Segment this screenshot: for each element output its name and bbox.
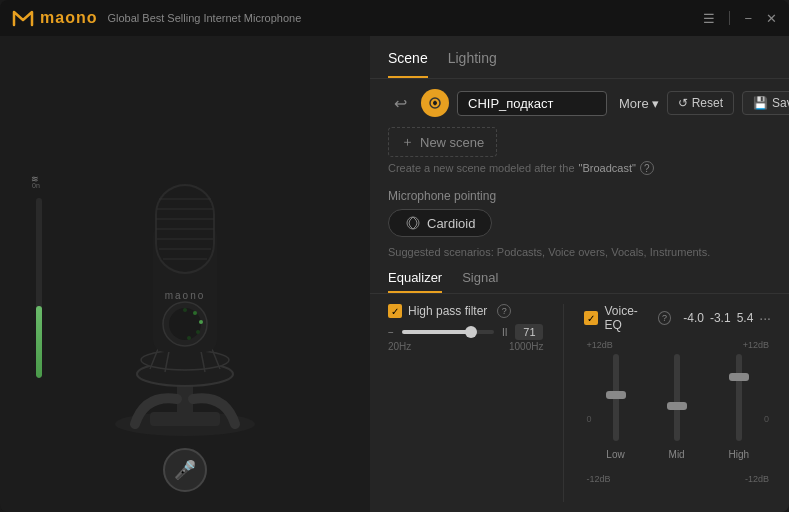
volume-bar[interactable] <box>36 198 42 378</box>
tab-equalizer[interactable]: Equalizer <box>388 270 442 293</box>
mic-pointing-label: Microphone pointing <box>370 183 789 209</box>
save-button[interactable]: 💾 Save <box>742 91 789 115</box>
main-content: ≋ 0n <box>0 36 789 512</box>
eq-zero-label: 0 <box>586 414 591 424</box>
tab-signal[interactable]: Signal <box>462 270 498 293</box>
microphone-image: maono <box>75 94 295 454</box>
eq-high-thumb <box>729 373 749 381</box>
logo-area: maono <box>12 7 97 29</box>
voice-eq-value-3: 5.4 <box>737 311 754 325</box>
eq-high-col: High <box>729 340 750 460</box>
reset-icon: ↺ <box>678 96 688 110</box>
voice-eq-panel: Voice-EQ ? -4.0 -3.1 5.4 ··· + <box>584 304 771 502</box>
voice-eq-value-1: -4.0 <box>683 311 704 325</box>
hpf-slider-labels: 20Hz 1000Hz <box>388 340 543 358</box>
voice-eq-info-icon[interactable]: ? <box>658 311 671 325</box>
scene-name-row: ↩ More ▾ ↺ Reset <box>370 79 789 127</box>
section-divider <box>563 304 564 502</box>
right-panel: Scene Lighting ↩ More ▾ <box>370 36 789 512</box>
hpf-slider-row: − II 71 <box>388 324 543 340</box>
hpf-min-label: 20Hz <box>388 341 411 352</box>
hpf-checkbox[interactable] <box>388 304 402 318</box>
voice-eq-checkbox-label: Voice-EQ <box>584 304 651 332</box>
eq-mid-slider[interactable] <box>674 354 680 441</box>
back-button[interactable]: ↩ <box>388 92 413 115</box>
hpf-max-label: 1000Hz <box>509 341 543 352</box>
hpf-slider-fill <box>402 330 471 334</box>
window-controls: ☰ − ✕ <box>703 11 777 25</box>
app-subtitle: Global Best Selling Internet Microphone <box>107 12 301 24</box>
minimize-button[interactable]: − <box>744 12 752 25</box>
new-scene-label: New scene <box>420 135 484 150</box>
hpf-checkbox-label: High pass filter <box>388 304 487 318</box>
svg-point-26 <box>199 320 203 324</box>
hpf-slider[interactable] <box>402 330 494 334</box>
title-bar: maono Global Best Selling Internet Micro… <box>0 0 789 36</box>
svg-point-25 <box>193 311 197 315</box>
slider-max-icon: II <box>502 327 508 338</box>
hpf-slider-thumb <box>465 326 477 338</box>
eq-low-col: Low <box>606 340 624 460</box>
maono-logo-icon <box>12 7 34 29</box>
eq-bottom-db-label-right: -12dB <box>745 474 769 484</box>
app-window: maono Global Best Selling Internet Micro… <box>0 0 789 512</box>
slider-min-icon: − <box>388 327 394 338</box>
hpf-info-icon[interactable]: ? <box>497 304 511 318</box>
volume-level-icon: ≋ 0n <box>30 170 48 190</box>
suggested-text: Suggested scenarios: Podcasts, Voice ove… <box>370 243 789 264</box>
eq-bottom-db-label: -12dB <box>586 474 610 484</box>
eq-high-label: High <box>729 449 750 460</box>
mic-mute-button[interactable]: 🎤 <box>163 448 207 492</box>
more-chevron-icon: ▾ <box>652 96 659 111</box>
svg-point-27 <box>196 330 200 334</box>
brand-name: maono <box>40 9 97 27</box>
close-button[interactable]: ✕ <box>766 12 777 25</box>
hint-info-icon: ? <box>640 161 654 175</box>
save-label: Save <box>772 96 789 110</box>
mic-svg: maono <box>95 104 275 444</box>
top-tab-bar: Scene Lighting <box>370 36 789 79</box>
eq-zero-label-right: 0 <box>764 414 769 424</box>
eq-low-slider[interactable] <box>613 354 619 441</box>
polar-row: Cardioid <box>370 209 789 243</box>
eq-low-label: Low <box>606 449 624 460</box>
volume-fill <box>36 306 42 378</box>
cardioid-label: Cardioid <box>427 216 475 231</box>
volume-strip: ≋ 0n <box>30 170 48 378</box>
reset-button[interactable]: ↺ Reset <box>667 91 734 115</box>
more-button[interactable]: More ▾ <box>619 96 659 111</box>
reset-label: Reset <box>692 96 723 110</box>
hpf-row: High pass filter ? <box>388 304 543 318</box>
left-panel: ≋ 0n <box>0 36 370 512</box>
hpf-value-box: 71 <box>515 324 543 340</box>
svg-point-30 <box>433 101 437 105</box>
scene-icon <box>428 96 442 110</box>
mic-button-icon: 🎤 <box>174 459 196 481</box>
new-scene-area: ＋ New scene Create a new scene modeled a… <box>370 127 789 183</box>
cardioid-icon <box>405 215 421 231</box>
tab-lighting[interactable]: Lighting <box>448 50 497 78</box>
eq-low-thumb <box>606 391 626 399</box>
tab-scene[interactable]: Scene <box>388 50 428 78</box>
cardioid-button[interactable]: Cardioid <box>388 209 492 237</box>
hint-broadcast: "Broadcast" <box>579 162 636 174</box>
svg-text:0n: 0n <box>32 182 40 188</box>
voice-eq-checkbox[interactable] <box>584 311 598 325</box>
new-scene-button[interactable]: ＋ New scene <box>388 127 497 157</box>
svg-point-24 <box>183 308 187 312</box>
menu-button[interactable]: ☰ <box>703 12 715 25</box>
plus-icon: ＋ <box>401 133 414 151</box>
save-icon: 💾 <box>753 96 768 110</box>
scene-icon-button[interactable] <box>421 89 449 117</box>
eq-mid-thumb <box>667 402 687 410</box>
svg-text:maono: maono <box>165 290 206 301</box>
eq-mid-label: Mid <box>669 449 685 460</box>
eq-tab-bar: Equalizer Signal <box>370 264 789 294</box>
eq-mid-col: Mid <box>669 340 685 460</box>
eq-high-slider[interactable] <box>736 354 742 441</box>
svg-point-28 <box>187 336 191 340</box>
voice-eq-header: Voice-EQ ? -4.0 -3.1 5.4 ··· <box>584 304 771 332</box>
voice-eq-more-button[interactable]: ··· <box>759 310 771 326</box>
hpf-label: High pass filter <box>408 304 487 318</box>
scene-name-input[interactable] <box>457 91 607 116</box>
